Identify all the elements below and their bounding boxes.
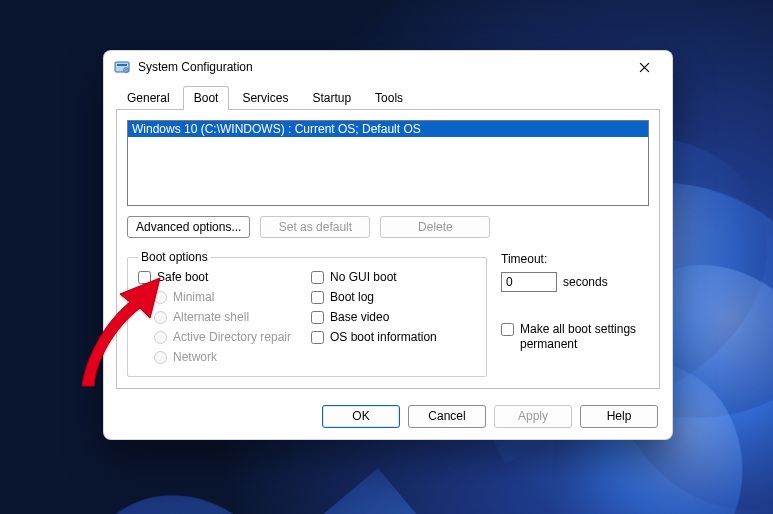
boot-options-group: Boot options Safe boot Minimal [127,250,487,377]
tab-strip: General Boot Services Startup Tools [104,83,672,109]
safe-boot-ad-repair-radio: Active Directory repair [154,330,303,344]
safe-boot-minimal-radio: Minimal [154,290,303,304]
tab-tools[interactable]: Tools [364,86,414,110]
app-icon [114,59,130,75]
os-list-item[interactable]: Windows 10 (C:\WINDOWS) : Current OS; De… [128,121,648,137]
boot-options-legend: Boot options [138,250,211,264]
no-gui-boot-checkbox[interactable]: No GUI boot [311,270,476,284]
boot-log-checkbox[interactable]: Boot log [311,290,476,304]
os-boot-info-checkbox[interactable]: OS boot information [311,330,476,344]
tab-general[interactable]: General [116,86,181,110]
tab-panel-boot: Windows 10 (C:\WINDOWS) : Current OS; De… [116,109,660,389]
tab-startup[interactable]: Startup [301,86,362,110]
close-icon [639,62,650,73]
safe-boot-checkbox[interactable]: Safe boot [138,270,303,284]
system-configuration-dialog: System Configuration General Boot Servic… [103,50,673,440]
svg-rect-1 [117,64,127,66]
dialog-footer: OK Cancel Apply Help [104,399,672,439]
timeout-label: Timeout: [501,252,645,266]
ok-button[interactable]: OK [322,405,400,428]
timeout-input[interactable] [501,272,557,292]
timeout-unit: seconds [563,275,608,289]
window-title: System Configuration [138,60,253,74]
titlebar: System Configuration [104,51,672,83]
safe-boot-network-radio: Network [154,350,303,364]
os-list[interactable]: Windows 10 (C:\WINDOWS) : Current OS; De… [127,120,649,206]
set-default-button: Set as default [260,216,370,238]
close-button[interactable] [626,53,662,81]
help-button[interactable]: Help [580,405,658,428]
base-video-checkbox[interactable]: Base video [311,310,476,324]
safe-boot-alt-shell-radio: Alternate shell [154,310,303,324]
make-permanent-checkbox[interactable]: Make all boot settings permanent [501,322,645,352]
advanced-options-button[interactable]: Advanced options... [127,216,250,238]
delete-button: Delete [380,216,490,238]
apply-button: Apply [494,405,572,428]
tab-boot[interactable]: Boot [183,86,230,110]
tab-services[interactable]: Services [231,86,299,110]
cancel-button[interactable]: Cancel [408,405,486,428]
safe-boot-input[interactable] [138,271,151,284]
